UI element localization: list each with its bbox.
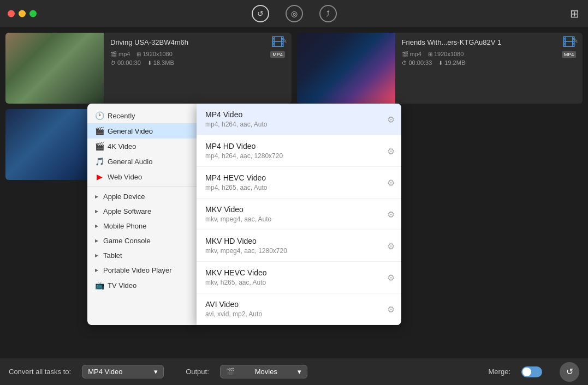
gear-icon-mkv[interactable]: ⚙ [387, 209, 395, 219]
4k-video-icon: 🎬 [95, 142, 104, 151]
video-info-1: ✎ Driving USA-32BW4m6h 🎬 mp4 ⊞ 1920x1080 [104, 33, 292, 104]
grid-view-icon[interactable]: ⊞ [570, 8, 579, 20]
sidebar-item-game-console[interactable]: Game Console [87, 233, 197, 248]
video-info-2: ✎ Friends With...ers-KTGAu82V 1 🎬 mp4 ⊞ … [395, 33, 583, 104]
bottom-bar: Convert all tasks to: MP4 Video ▾ Output… [0, 358, 588, 385]
convert-button[interactable]: ↺ [560, 362, 579, 382]
right-panel: MP4 Video mp4, h264, aac, Auto ⚙ MP4 HD … [197, 104, 401, 325]
size-meta-2: ⬇ 19.2MB [438, 59, 465, 66]
format-name-mp4-hd: MP4 HD Video [205, 142, 393, 151]
film-icon-2: 🎞 [562, 35, 575, 50]
format-select-value: MP4 Video [88, 368, 122, 376]
duration-meta-1: ⏱ 00:00:30 [110, 59, 141, 66]
sidebar-item-general-audio[interactable]: 🎵 General Audio [87, 154, 197, 169]
sidebar-item-tv-video[interactable]: 📺 TV Video [87, 278, 197, 293]
sidebar-item-apple-device[interactable]: Apple Device [87, 189, 197, 204]
resolution-meta-1: ⊞ 1920x1080 [136, 51, 172, 57]
format-dropdown: 🕐 Recently 🎬 General Video 🎬 4K Video 🎵 … [87, 104, 401, 325]
video-thumb-2 [297, 33, 395, 104]
format-select-button[interactable]: MP4 Video ▾ [82, 365, 164, 378]
titlebar-icons: ↺ ◎ ⤴ [252, 5, 337, 22]
duration-meta-2: ⏱ 00:00:33 [402, 59, 432, 66]
convert-tab-icon[interactable]: ↺ [252, 5, 269, 22]
traffic-lights [8, 10, 37, 17]
convert-label: Convert all tasks to: [9, 368, 71, 376]
maximize-button[interactable] [29, 10, 37, 17]
toggle-knob [522, 368, 531, 376]
format-item-mkv[interactable]: MKV Video mkv, mpeg4, aac, Auto ⚙ [197, 198, 401, 230]
convert-btn-icon: ↺ [566, 366, 573, 377]
web-video-icon: ▶ [95, 172, 104, 181]
sidebar-item-mobile-phone[interactable]: Mobile Phone [87, 219, 197, 233]
video-meta-2: 🎬 mp4 ⊞ 1920x1080 ⏱ 00:00:33 [402, 51, 577, 66]
general-audio-icon: 🎵 [95, 157, 104, 166]
clock-icon-1: ⏱ [110, 60, 116, 66]
gear-icon-mkv-hevc[interactable]: ⚙ [387, 272, 395, 282]
sidebar-item-portable-video[interactable]: Portable Video Player [87, 263, 197, 278]
share-tab-icon[interactable]: ⤴ [319, 5, 337, 22]
gear-icon-avi[interactable]: ⚙ [387, 304, 395, 314]
format-item-mp4-hevc[interactable]: MP4 HEVC Video mp4, h265, aac, Auto ⚙ [197, 167, 401, 198]
sidebar-item-web-video[interactable]: ▶ Web Video [87, 169, 197, 184]
format-item-mkv-hevc[interactable]: MKV HEVC Video mkv, h265, aac, Auto ⚙ [197, 262, 401, 293]
format-name-mp4-video: MP4 Video [205, 110, 393, 119]
size-meta-1: ⬇ 18.3MB [147, 59, 174, 66]
sidebar-item-general-video[interactable]: 🎬 General Video [87, 123, 197, 139]
format-meta-2: 🎬 mp4 [402, 51, 421, 57]
resolution-meta-2: ⊞ 1920x1080 [428, 51, 464, 57]
titlebar-right: ⊞ [570, 7, 579, 20]
format-name-mkv: MKV Video [205, 205, 393, 214]
format-details-mkv: mkv, mpeg4, aac, Auto [205, 215, 393, 223]
video-row-1: ✎ Driving USA-32BW4m6h 🎬 mp4 ⊞ 1920x1080 [5, 33, 583, 104]
recently-icon: 🕐 [95, 111, 104, 120]
gear-icon-mp4-video[interactable]: ⚙ [387, 114, 395, 124]
film-meta-icon-2: 🎬 [402, 51, 408, 57]
merge-label: Merge: [489, 368, 510, 376]
chevron-down-icon: ▾ [154, 368, 158, 376]
video-title-1: Driving USA-32BW4m6h [110, 38, 285, 46]
recently-label: Recently [108, 112, 135, 120]
merge-toggle[interactable] [521, 366, 542, 377]
tv-video-label: TV Video [108, 281, 136, 290]
general-video-icon: 🎬 [95, 127, 104, 135]
panel-divider-1 [87, 187, 197, 187]
format-item-mp4-hd[interactable]: MP4 HD Video mp4, h264, aac, 1280x720 ⚙ [197, 135, 401, 167]
sidebar-item-apple-software[interactable]: Apple Software [87, 204, 197, 219]
portable-video-label: Portable Video Player [103, 266, 172, 274]
sidebar-item-4k-video[interactable]: 🎬 4K Video [87, 139, 197, 154]
mp4-badge-1: MP4 [270, 51, 285, 58]
disc-tab-icon[interactable]: ◎ [286, 5, 303, 22]
gear-icon-mkv-hd[interactable]: ⚙ [387, 240, 395, 251]
film-badge-1: 🎞 MP4 [264, 33, 292, 60]
thumb-image-driving [5, 33, 104, 104]
dl-icon-2: ⬇ [438, 60, 443, 66]
format-item-mp4-video[interactable]: MP4 Video mp4, h264, aac, Auto ⚙ [197, 104, 401, 135]
format-name-mkv-hd: MKV HD Video [205, 237, 393, 245]
output-icon: 🎬 [226, 368, 235, 376]
output-select-button[interactable]: 🎬 Movies ▾ [220, 365, 307, 378]
video-meta-1: 🎬 mp4 ⊞ 1920x1080 ⏱ 00:00:30 [110, 51, 285, 66]
format-details-mkv-hevc: mkv, h265, aac, Auto [205, 279, 393, 286]
video-card-1: ✎ Driving USA-32BW4m6h 🎬 mp4 ⊞ 1920x1080 [5, 33, 292, 104]
sidebar-item-tablet[interactable]: Tablet [87, 248, 197, 263]
film-meta-icon-1: 🎬 [110, 51, 117, 57]
video-card-2: ✎ Friends With...ers-KTGAu82V 1 🎬 mp4 ⊞ … [297, 33, 583, 104]
apple-device-label: Apple Device [103, 192, 145, 201]
format-item-avi[interactable]: AVI Video avi, xvid, mp2, Auto ⚙ [197, 293, 401, 325]
output-value: Movies [255, 368, 277, 376]
gear-icon-mp4-hd[interactable]: ⚙ [387, 146, 395, 156]
output-label: Output: [186, 368, 209, 376]
video-thumb-1 [5, 33, 104, 104]
format-details-mp4-video: mp4, h264, aac, Auto [205, 121, 393, 128]
gear-icon-mp4-hevc[interactable]: ⚙ [387, 177, 395, 188]
res-icon-1: ⊞ [136, 51, 141, 57]
minimize-button[interactable] [19, 10, 26, 17]
close-button[interactable] [8, 10, 15, 17]
format-details-avi: avi, xvid, mp2, Auto [205, 310, 393, 318]
res-icon-2: ⊞ [428, 51, 432, 57]
format-item-mkv-hd[interactable]: MKV HD Video mkv, mpeg4, aac, 1280x720 ⚙ [197, 230, 401, 262]
mp4-badge-2: MP4 [562, 51, 577, 58]
game-console-label: Game Console [103, 237, 151, 245]
format-name-mp4-hevc: MP4 HEVC Video [205, 173, 393, 182]
sidebar-item-recently[interactable]: 🕐 Recently [87, 108, 197, 123]
